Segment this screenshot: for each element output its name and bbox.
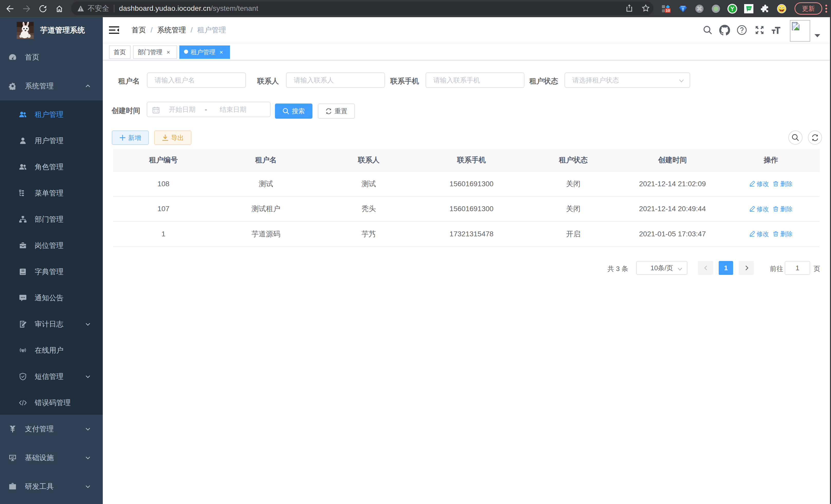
svg-text:10: 10 <box>666 8 670 12</box>
svg-text:⌘: ⌘ <box>697 6 702 12</box>
